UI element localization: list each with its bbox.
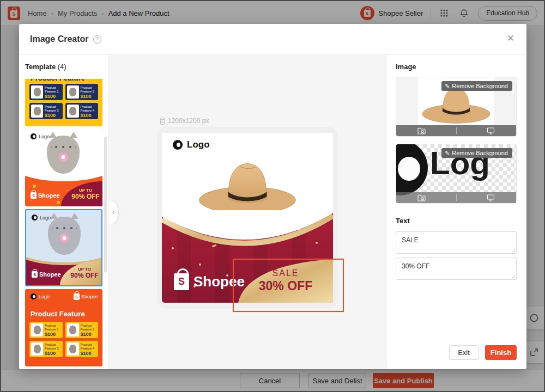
discount-corner: UP TO 90% OFF xyxy=(60,260,101,285)
template-product-card: Product Feature 3$100 xyxy=(29,103,63,119)
template-logo-badge: Logo xyxy=(32,215,51,220)
image-source-toolbar xyxy=(396,125,516,136)
template-logo-badge: Logo xyxy=(31,293,50,299)
panel-footer: Exit Finish xyxy=(449,345,517,360)
product-thumbnail xyxy=(31,323,43,336)
template-product-card: Product Feature 4$100 xyxy=(65,341,99,357)
shopee-brand-logo: S Shopee xyxy=(32,271,61,278)
shopee-bag-icon: S xyxy=(174,273,189,290)
properties-panel: Image ✎ Remove Background xyxy=(387,55,526,369)
close-icon[interactable]: ✕ xyxy=(507,33,514,44)
modal-body: Template (4) Product Feature Product Fea… xyxy=(19,55,526,369)
image-source-toolbar xyxy=(396,192,516,203)
template-panel-heading: Template (4) xyxy=(25,63,66,71)
product-thumbnail xyxy=(67,342,79,356)
pencil-icon: ✎ xyxy=(445,150,450,157)
product-thumbnail xyxy=(67,85,79,99)
logo-mark-icon xyxy=(31,133,37,139)
template-option-product-feature-orange[interactable]: Logo S Shopee Product Feature Product Fe xyxy=(25,289,102,366)
modal-title: Image Creator xyxy=(30,34,89,44)
shopee-bag-icon: S xyxy=(31,192,37,199)
text-field-1-wrapper: SALE xyxy=(396,231,517,254)
template-product-card: Product Feature 4$100 xyxy=(65,103,99,119)
template-product-card: Product Feature 3$100 xyxy=(29,341,63,357)
image-asset-hat[interactable]: ✎ Remove Background xyxy=(396,77,517,137)
template-scrollbar[interactable] xyxy=(104,137,107,273)
template-product-card: Product Feature 2$100 xyxy=(65,84,99,100)
collapse-panel-button[interactable]: ‹ xyxy=(109,200,118,224)
text-section-heading: Text xyxy=(396,217,410,225)
modal-header: Image Creator ? ✕ xyxy=(19,24,526,55)
template-scroll-container[interactable]: Product Feature Product Feature 1$100 Pr… xyxy=(25,79,102,367)
finish-button[interactable]: Finish xyxy=(485,345,517,360)
pencil-icon: ✎ xyxy=(445,83,450,90)
logo-mark-icon xyxy=(31,293,37,299)
help-icon[interactable]: ? xyxy=(93,35,101,44)
canvas-size-label: 1200x1200 px xyxy=(160,117,209,125)
template-list: Product Feature Product Feature 1$100 Pr… xyxy=(25,79,102,366)
remove-background-button[interactable]: ✎ Remove Background xyxy=(441,148,512,158)
product-thumbnail xyxy=(31,105,43,118)
text-input-sale[interactable]: SALE xyxy=(396,231,517,254)
image-asset-logo[interactable]: Log ✎ Remove Background xyxy=(396,144,517,204)
app-window: S Home › My Products › Add a New Product… xyxy=(0,0,545,392)
template-option-promo-maroon-selected[interactable]: Logo S Shopee UP TO 90% OFF xyxy=(25,209,102,286)
exit-button[interactable]: Exit xyxy=(449,345,479,360)
text-field-2-wrapper: 30% OFF xyxy=(396,258,517,280)
template-product-card: Product Feature 2$100 xyxy=(65,322,99,338)
upload-from-files-icon[interactable] xyxy=(405,194,438,201)
product-image-hat[interactable] xyxy=(198,152,297,217)
product-thumbnail xyxy=(31,342,43,356)
canvas-area: ‹ 1200x1200 px Logo xyxy=(109,55,387,369)
canvas-logo-element[interactable]: Logo xyxy=(173,139,210,150)
logo-mark-icon xyxy=(32,215,38,220)
upload-from-files-icon[interactable] xyxy=(405,127,438,134)
product-thumbnail xyxy=(31,85,43,99)
template-product-card: Product Feature 1$100 xyxy=(29,84,63,100)
text-input-30-off[interactable]: 30% OFF xyxy=(396,258,517,280)
shopee-bag-icon: S xyxy=(74,293,80,300)
image-section-heading: Image xyxy=(396,63,416,71)
shopee-bag-icon: S xyxy=(32,271,38,278)
choose-from-device-icon[interactable] xyxy=(475,127,507,134)
template-option-product-feature-yellow[interactable]: Product Feature Product Feature 1$100 Pr… xyxy=(25,79,102,126)
product-thumbnail xyxy=(67,323,79,336)
shopee-brand-logo: S Shopee xyxy=(31,192,60,199)
image-creator-modal: Image Creator ? ✕ Template (4) Product F… xyxy=(19,24,526,369)
template-product-card: Product Feature 1$100 xyxy=(29,322,63,338)
template-panel: Template (4) Product Feature Product Fea… xyxy=(19,55,109,369)
logo-mark-icon xyxy=(396,144,428,195)
selection-rectangle[interactable] xyxy=(233,259,344,312)
product-thumbnail xyxy=(67,105,79,118)
template-option-promo-orange[interactable]: Logo S Shopee UP TO xyxy=(25,129,102,206)
template-logo-badge: Logo xyxy=(31,133,50,139)
remove-background-button[interactable]: ✎ Remove Background xyxy=(441,81,512,91)
flower-pattern xyxy=(33,185,36,188)
choose-from-device-icon[interactable] xyxy=(475,194,507,201)
ruler-icon xyxy=(160,118,165,125)
discount-corner: UP TO 90% OFF xyxy=(61,181,102,206)
logo-mark-icon xyxy=(173,140,183,150)
chevron-left-icon: ‹ xyxy=(112,209,114,216)
shopee-brand-logo: S Shopee xyxy=(74,293,98,300)
